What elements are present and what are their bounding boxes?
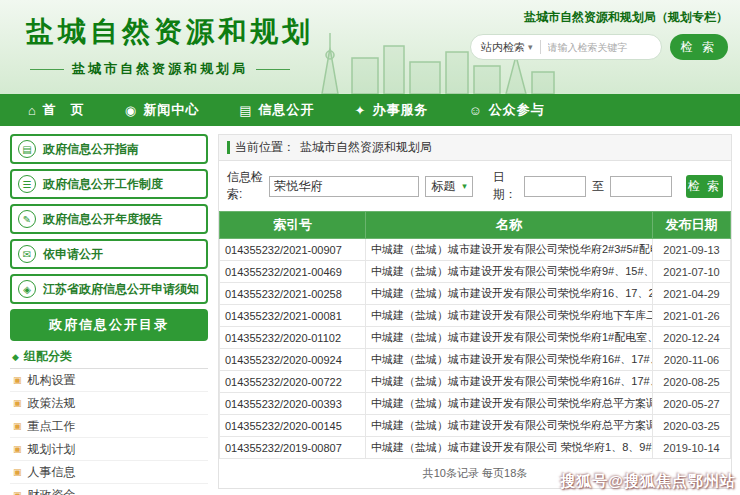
decor-line (30, 69, 64, 70)
date-from-input[interactable] (524, 176, 586, 197)
header-name: 名称 (366, 212, 653, 239)
table-row[interactable]: 014355232/2020-00145 中城建（盐城）城市建设开发有限公司荣悦… (220, 415, 731, 437)
sidebar-category-key-work[interactable]: ▣ 重点工作 (10, 415, 208, 438)
site-search-button[interactable]: 检 索 (670, 34, 728, 60)
cell-name[interactable]: 中城建（盐城）城市建设开发有限公司 荣悦华府1、8、9#配电房补发... (366, 437, 653, 459)
chevron-down-icon[interactable]: ▾ (528, 42, 533, 52)
diamond-icon: ◆ (12, 352, 19, 362)
nav-item-services[interactable]: ✦ 办事服务 (355, 101, 429, 119)
sidebar-item-label: 政府信息公开年度报告 (43, 211, 163, 228)
content-area: ▤ 政府信息公开指南 ☰ 政府信息公开工作制度 ✎ 政府信息公开年度报告 ✉ 依… (0, 126, 740, 495)
category-label: 政策法规 (28, 395, 76, 412)
nav-item-home[interactable]: ⌂ 首 页 (28, 101, 85, 119)
cell-index: 014355232/2019-00807 (220, 437, 366, 459)
category-label: 规划计划 (28, 441, 76, 458)
filter-label: 信息检索: (227, 169, 263, 203)
search-input[interactable] (548, 42, 651, 53)
table-row[interactable]: 014355232/2021-00258 中城建（盐城）城市建设开发有限公司荣悦… (220, 283, 731, 305)
divider (540, 40, 541, 54)
cell-index: 014355232/2020-00722 (220, 371, 366, 393)
site-subtitle-text: 盐城市自然资源和规划局 (72, 60, 248, 78)
table-row[interactable]: 014355232/2020-00924 中城建（盐城）城市建设开发有限公司荣悦… (220, 349, 731, 371)
page: 盐城自然资源和规划 盐城市自然资源和规划局 盐城市自然资源和规划局（规划专栏） … (0, 0, 740, 495)
watermark: 搜狐号@搜狐焦点鄂州站 (560, 472, 736, 491)
filter-search-button[interactable]: 检 索 (686, 175, 723, 198)
sidebar-item-application-notice[interactable]: ◈ 江苏省政府信息公开申请须知 (10, 274, 208, 304)
bullet-icon: ▣ (13, 421, 22, 431)
main-nav: ⌂ 首 页 ◉ 新闻中心 ▤ 信息公开 ✦ 办事服务 ☺ 公众参与 (0, 94, 740, 126)
sidebar-item-label: 政府信息公开工作制度 (43, 176, 163, 193)
sidebar-item-disclosure-guide[interactable]: ▤ 政府信息公开指南 (10, 134, 208, 164)
sidebar-item-apply-disclosure[interactable]: ✉ 依申请公开 (10, 239, 208, 269)
portal-label: 盐城市自然资源和规划局（规划专栏） (524, 9, 728, 26)
category-group-title: 组配分类 (24, 348, 72, 365)
category-label: 财政资金 (28, 487, 76, 495)
location-icon (227, 141, 230, 154)
cell-date: 2021-07-10 (653, 261, 731, 283)
cell-name[interactable]: 中城建（盐城）城市建设开发有限公司荣悦华府总平方案调整 (366, 415, 653, 437)
news-icon: ◉ (125, 103, 137, 118)
person-icon: ☺ (468, 103, 482, 118)
cell-name[interactable]: 中城建（盐城）城市建设开发有限公司荣悦华府地下车库二期工程A区-2... (366, 305, 653, 327)
cell-name[interactable]: 中城建（盐城）城市建设开发有限公司荣悦华府16#、17#、23#、... (366, 371, 653, 393)
nav-item-public-participation[interactable]: ☺ 公众参与 (468, 101, 544, 119)
table-row[interactable]: 014355232/2020-00722 中城建（盐城）城市建设开发有限公司荣悦… (220, 371, 731, 393)
sidebar-category-planning[interactable]: ▣ 规划计划 (10, 438, 208, 461)
category-label: 人事信息 (28, 464, 76, 481)
site-subtitle: 盐城市自然资源和规划局 (30, 60, 290, 78)
field-select[interactable]: 标题 ▾ (425, 176, 472, 197)
sidebar-category-policies[interactable]: ▣ 政策法规 (10, 392, 208, 415)
nav-label: 首 页 (43, 101, 85, 119)
main-panel: 当前位置： 盐城市自然资源和规划局 信息检索: 标题 ▾ 日期： 至 检 索 (218, 134, 732, 489)
bullet-icon: ▣ (13, 444, 22, 454)
cell-index: 014355232/2020-00145 (220, 415, 366, 437)
nav-label: 办事服务 (372, 101, 428, 119)
table-row[interactable]: 014355232/2021-00469 中城建（盐城）城市建设开发有限公司荣悦… (220, 261, 731, 283)
table-header-row: 索引号 名称 发布日期 (220, 212, 731, 239)
cell-name[interactable]: 中城建（盐城）城市建设开发有限公司荣悦华府16、17、23、29、... (366, 283, 653, 305)
search-box[interactable]: 站内检索 ▾ (470, 34, 662, 60)
date-to-input[interactable] (610, 176, 672, 197)
sidebar-category-organization[interactable]: ▣ 机构设置 (10, 369, 208, 392)
nav-item-news-center[interactable]: ◉ 新闻中心 (125, 101, 199, 119)
cell-date: 2019-10-14 (653, 437, 731, 459)
cell-date: 2020-08-25 (653, 371, 731, 393)
cell-name[interactable]: 中城建（盐城）城市建设开发有限公司荣悦华府16#、17#、23#... (366, 349, 653, 371)
cell-name[interactable]: 中城建（盐城）城市建设开发有限公司荣悦华府1#配电室、8#配电室... (366, 327, 653, 349)
mail-icon: ✉ (18, 245, 36, 263)
sidebar-directory-title[interactable]: 政府信息公开目录 (10, 309, 208, 341)
breadcrumb: 当前位置： 盐城市自然资源和规划局 (219, 135, 731, 161)
date-label: 日期： (493, 169, 518, 203)
cell-name[interactable]: 中城建（盐城）城市建设开发有限公司荣悦华府2#3#5#配电房、4#... (366, 239, 653, 261)
table-row[interactable]: 014355232/2021-00907 中城建（盐城）城市建设开发有限公司荣悦… (220, 239, 731, 261)
table-row[interactable]: 014355232/2021-00081 中城建（盐城）城市建设开发有限公司荣悦… (220, 305, 731, 327)
keyword-input[interactable] (269, 176, 419, 197)
sidebar-category-fiscal-funds[interactable]: ▣ 财政资金 (10, 484, 208, 495)
bullet-icon: ▣ (13, 375, 22, 385)
sidebar-item-label: 依申请公开 (43, 246, 103, 263)
category-label: 重点工作 (28, 418, 76, 435)
category-group-header: ◆ 组配分类 (10, 345, 208, 369)
cell-index: 014355232/2021-00907 (220, 239, 366, 261)
table-row[interactable]: 014355232/2019-00807 中城建（盐城）城市建设开发有限公司 荣… (220, 437, 731, 459)
cell-date: 2020-12-24 (653, 327, 731, 349)
decor-line (256, 69, 290, 70)
sidebar-item-label: 江苏省政府信息公开申请须知 (43, 281, 199, 298)
table-row[interactable]: 014355232/2020-00393 中城建（盐城）城市建设开发有限公司荣悦… (220, 393, 731, 415)
cell-index: 014355232/2021-00469 (220, 261, 366, 283)
nav-label: 公众参与 (489, 101, 545, 119)
filter-bar: 信息检索: 标题 ▾ 日期： 至 检 索 (219, 161, 731, 211)
site-header: 盐城自然资源和规划 盐城市自然资源和规划局 盐城市自然资源和规划局（规划专栏） … (0, 0, 740, 94)
sidebar-item-work-rules[interactable]: ☰ 政府信息公开工作制度 (10, 169, 208, 199)
sidebar-item-label: 政府信息公开指南 (43, 141, 139, 158)
sidebar-category-personnel[interactable]: ▣ 人事信息 (10, 461, 208, 484)
search-scope-dropdown[interactable]: 站内检索 (481, 40, 525, 55)
cell-name[interactable]: 中城建（盐城）城市建设开发有限公司荣悦华府9#、15#、19-20... (366, 261, 653, 283)
cell-index: 014355232/2020-01102 (220, 327, 366, 349)
nav-item-info-disclosure[interactable]: ▤ 信息公开 (239, 101, 314, 119)
cell-name[interactable]: 中城建（盐城）城市建设开发有限公司荣悦华府总平方案调整批后公告 (366, 393, 653, 415)
cell-date: 2021-04-29 (653, 283, 731, 305)
document-icon: ▤ (239, 103, 252, 118)
sidebar-item-annual-report[interactable]: ✎ 政府信息公开年度报告 (10, 204, 208, 234)
table-row[interactable]: 014355232/2020-01102 中城建（盐城）城市建设开发有限公司荣悦… (220, 327, 731, 349)
